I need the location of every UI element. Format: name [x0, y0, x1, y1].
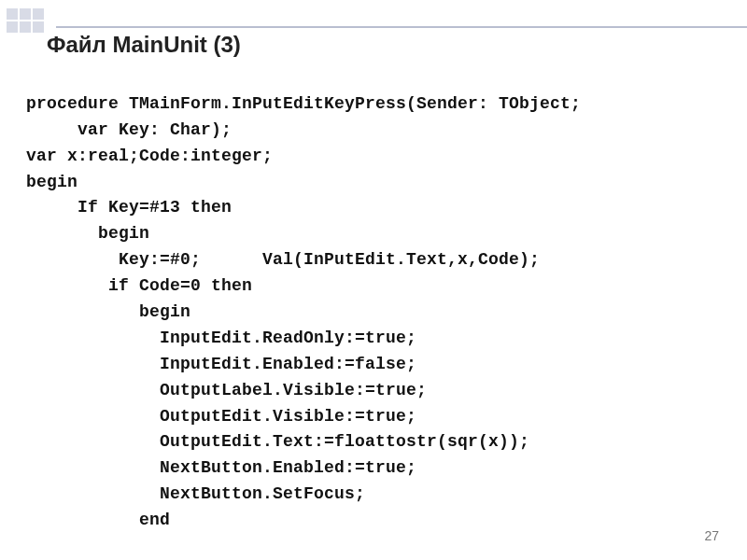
page-number: 27	[704, 528, 719, 543]
code-line: InputEdit.Enabled:=false;	[26, 355, 416, 373]
slide-decoration	[6, 7, 45, 34]
code-line: OutputEdit.Text:=floattostr(sqr(x));	[26, 432, 529, 451]
code-line: Key:=#0; Val(InPutEdit.Text,x,Code);	[26, 250, 540, 269]
code-block: procedure TMainForm.InPutEditKeyPress(Se…	[26, 65, 728, 534]
code-line: procedure TMainForm.InPutEditKeyPress(Se…	[26, 94, 581, 113]
code-line: if Code=0 then	[26, 276, 252, 295]
slide-title: Файл MainUnit (3)	[47, 32, 241, 58]
code-line: end	[26, 511, 170, 529]
code-line: If Key=#13 then	[26, 198, 232, 217]
code-line: begin	[26, 224, 149, 243]
code-line: var x:real;Code:integer;	[26, 147, 273, 165]
code-line: InputEdit.ReadOnly:=true;	[26, 329, 416, 347]
code-line: OutputLabel.Visible:=true;	[26, 381, 427, 399]
code-line: OutputEdit.Visible:=true;	[26, 407, 416, 426]
slide-decoration-line	[56, 26, 747, 28]
code-line: var Key: Char);	[26, 120, 232, 139]
code-line: NextButton.SetFocus;	[26, 484, 365, 503]
code-line: begin	[26, 173, 78, 191]
code-line: begin	[26, 302, 190, 321]
code-line: NextButton.Enabled:=true;	[26, 458, 416, 477]
